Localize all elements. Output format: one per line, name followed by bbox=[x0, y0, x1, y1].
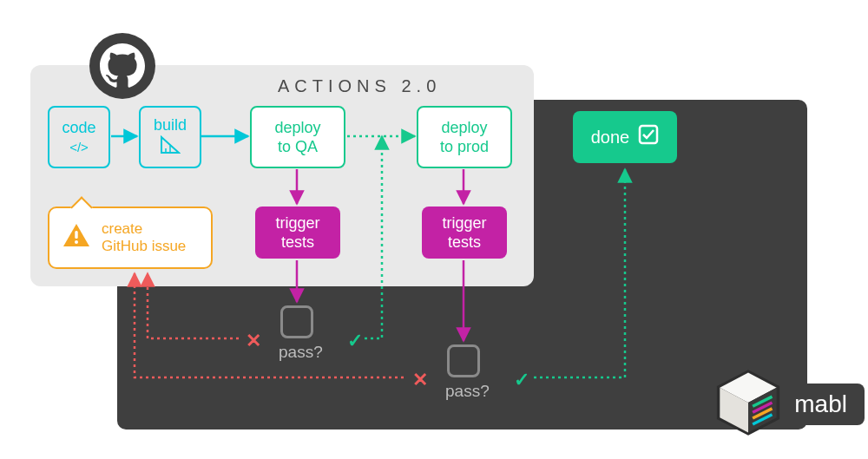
node-code-label: code bbox=[62, 118, 95, 138]
github-icon bbox=[89, 33, 155, 99]
pass2-label: pass? bbox=[445, 382, 490, 401]
deploy-prod-line1: deploy bbox=[441, 118, 487, 138]
deploy-qa-line1: deploy bbox=[274, 118, 320, 138]
deploy-qa-line2: to QA bbox=[278, 137, 318, 157]
node-deploy-prod: deploy to prod bbox=[417, 106, 512, 168]
decision-2 bbox=[447, 344, 480, 377]
code-icon: </> bbox=[69, 140, 89, 156]
node-build-label: build bbox=[154, 115, 187, 135]
fail1-icon: ✕ bbox=[246, 330, 261, 352]
fail2-icon: ✕ bbox=[412, 369, 428, 391]
node-create-issue: create GitHub issue bbox=[48, 207, 213, 269]
done-check-icon bbox=[638, 124, 659, 150]
mabl-brand: mabl bbox=[711, 365, 865, 443]
trigger1-line2: tests bbox=[281, 233, 314, 252]
svg-rect-10 bbox=[75, 231, 77, 239]
trigger1-line1: trigger bbox=[275, 213, 319, 233]
issue-line1: create bbox=[102, 220, 186, 238]
pass1-icon: ✓ bbox=[347, 330, 363, 352]
pass1-label: pass? bbox=[279, 343, 323, 362]
node-trigger-2: trigger tests bbox=[422, 207, 507, 259]
node-deploy-qa: deploy to QA bbox=[250, 106, 345, 168]
actions-title: ACTIONS 2.0 bbox=[278, 76, 441, 96]
issue-line2: GitHub issue bbox=[102, 238, 186, 255]
node-build: build bbox=[139, 106, 201, 168]
node-done: done bbox=[573, 111, 677, 163]
mabl-cube-icon bbox=[711, 365, 786, 443]
deploy-prod-line2: to prod bbox=[440, 137, 489, 157]
trigger2-line1: trigger bbox=[442, 213, 486, 233]
done-label: done bbox=[591, 127, 630, 148]
node-code: code </> bbox=[48, 106, 110, 168]
pass2-icon: ✓ bbox=[514, 369, 529, 391]
node-trigger-1: trigger tests bbox=[255, 207, 340, 259]
trigger2-line2: tests bbox=[448, 233, 481, 252]
warning-icon bbox=[62, 222, 91, 252]
ruler-icon bbox=[160, 135, 181, 160]
svg-point-11 bbox=[75, 240, 78, 244]
decision-1 bbox=[280, 305, 313, 338]
